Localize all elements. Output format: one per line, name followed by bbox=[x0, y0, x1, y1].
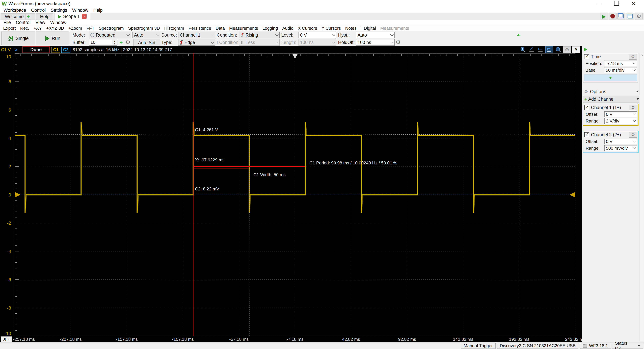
level-select[interactable]: 0 V bbox=[298, 32, 336, 38]
add-instrument-icon[interactable]: + bbox=[25, 14, 31, 20]
close-icon[interactable]: × bbox=[630, 0, 637, 8]
view-digital[interactable]: Digital bbox=[362, 25, 378, 31]
measure-mode-button-selected[interactable] bbox=[546, 46, 553, 53]
view-spectrogram-3d[interactable]: Spectrogram 3D bbox=[126, 25, 162, 31]
view--xy[interactable]: +XY bbox=[31, 25, 44, 31]
trigger-gear-icon[interactable]: ⚙ bbox=[396, 40, 401, 45]
scope-menu-window[interactable]: Window bbox=[48, 20, 69, 25]
y-axis-label: 6 bbox=[8, 108, 11, 113]
device-info[interactable]: Discovery2 C SN:210321AC20EE USB bbox=[497, 343, 578, 349]
channel-1-settings-button[interactable]: ⚙ bbox=[629, 105, 637, 110]
run-button[interactable]: Run bbox=[36, 32, 69, 45]
workspace-settings-button[interactable]: ⚙ bbox=[635, 13, 643, 20]
view-spectrogram[interactable]: Spectrogram bbox=[96, 25, 126, 31]
plot-settings-button[interactable]: ⚙ bbox=[563, 46, 571, 53]
view--zoom[interactable]: +Zoom bbox=[66, 25, 84, 31]
add-channel-button[interactable]: + Add Channel bbox=[583, 96, 640, 103]
channel-2-range-select[interactable]: 500 mV/div bbox=[604, 145, 637, 151]
menu-workspace[interactable]: Workspace bbox=[1, 8, 29, 13]
time-base-select[interactable]: 50 ms/div bbox=[604, 67, 637, 73]
channel-1-range-select[interactable]: 2 V/div bbox=[604, 118, 637, 124]
view-y-cursors[interactable]: Y Cursors bbox=[319, 25, 343, 31]
tab-welcome[interactable]: Welcome + bbox=[1, 14, 35, 20]
mode-select[interactable]: Repeated bbox=[89, 32, 131, 38]
trigger-auto-select[interactable]: Auto bbox=[132, 32, 160, 38]
holdoff-select[interactable]: 100 ns bbox=[356, 39, 394, 46]
zoom-1x-button[interactable]: 1 bbox=[519, 47, 526, 53]
sidebar-scrollbar[interactable] bbox=[639, 53, 644, 341]
auto-set-button[interactable]: Auto Set bbox=[133, 39, 160, 46]
horizontal-ruler-button[interactable] bbox=[537, 47, 544, 53]
buffer-gear-icon[interactable]: ⚙ bbox=[126, 40, 130, 45]
view-histogram[interactable]: Histogram bbox=[162, 25, 186, 31]
channel-1-badge[interactable]: C1 bbox=[52, 47, 60, 53]
view-measurements[interactable]: Measurements bbox=[227, 25, 260, 31]
y-axis-button[interactable]: Y bbox=[572, 46, 580, 53]
y-axis-label: 2 bbox=[8, 164, 11, 169]
minimize-icon[interactable]: — bbox=[596, 1, 603, 7]
scope-menu-file[interactable]: File bbox=[1, 20, 14, 25]
condition-select[interactable]: Rising bbox=[239, 32, 280, 38]
view-fft[interactable]: FFT bbox=[84, 25, 96, 31]
channel-2-badge[interactable]: C2 bbox=[62, 47, 70, 53]
view--xyz-3d[interactable]: +XYZ 3D bbox=[44, 25, 66, 31]
trigger-level-marker[interactable] bbox=[570, 192, 575, 197]
view-audio[interactable]: Audio bbox=[280, 25, 296, 31]
view-x-cursors[interactable]: X Cursors bbox=[296, 25, 319, 31]
maximize-icon[interactable] bbox=[613, 1, 620, 7]
tab-scope-1[interactable]: ▶ Scope 1 × bbox=[54, 13, 90, 20]
trigger-position-marker[interactable] bbox=[292, 54, 298, 59]
time-checkbox[interactable]: ✓ bbox=[584, 54, 589, 59]
tab-help[interactable]: Help bbox=[36, 14, 53, 20]
view-data[interactable]: Data bbox=[214, 25, 227, 31]
add-buffer-icon[interactable]: + bbox=[120, 39, 123, 46]
status-indicator[interactable]: Status: OK bbox=[612, 343, 643, 349]
buffer-spinner[interactable]: 10 ▲▼ bbox=[89, 39, 118, 46]
view-logging[interactable]: Logging bbox=[260, 25, 280, 31]
hyst-select[interactable]: Auto bbox=[356, 32, 394, 38]
close-tab-icon[interactable]: × bbox=[82, 14, 86, 19]
scope-menu-view[interactable]: View bbox=[33, 20, 48, 25]
holdoff-label: HoldOff: bbox=[338, 39, 355, 46]
channel-1-offset-marker[interactable] bbox=[15, 192, 20, 197]
horizontal-ruler-icon bbox=[538, 47, 543, 53]
source-select[interactable]: Channel 1 bbox=[178, 32, 215, 38]
menu-help[interactable]: Help bbox=[91, 8, 105, 13]
collapse-sidebar-icon[interactable] bbox=[584, 48, 587, 51]
time-position-select[interactable]: -7.18 ms bbox=[604, 61, 637, 66]
menu-control[interactable]: Control bbox=[29, 8, 48, 13]
manual-trigger-button[interactable]: Manual Trigger bbox=[461, 343, 496, 349]
menu-window[interactable]: Window bbox=[70, 8, 91, 13]
mode-label: Mode: bbox=[72, 32, 85, 38]
scope-plot-area[interactable]: 1086420-2-4-6-8-10C1: 4.261 VX: -97.9229… bbox=[0, 53, 582, 336]
split-windows-button[interactable] bbox=[626, 13, 634, 20]
zoom-region-button[interactable] bbox=[554, 47, 562, 53]
channel-2-settings-button[interactable]: ⚙ bbox=[629, 132, 637, 138]
time-expand-bar[interactable] bbox=[584, 75, 637, 81]
view-persistence[interactable]: Persistence bbox=[186, 25, 214, 31]
collapse-options-up-icon[interactable] bbox=[517, 34, 520, 36]
view-notes[interactable]: Notes bbox=[343, 25, 359, 31]
type-select[interactable]: Edge bbox=[178, 39, 215, 46]
options-row[interactable]: ⚙ Options bbox=[583, 88, 640, 95]
view-export[interactable]: Export bbox=[1, 25, 18, 31]
x-axis-label: -57.18 ms bbox=[229, 337, 249, 342]
channel-1-checkbox[interactable]: ✓ bbox=[584, 105, 589, 110]
run-all-button[interactable]: ▶ bbox=[600, 13, 608, 20]
channel-2-offset-select[interactable]: 0 V bbox=[604, 139, 637, 144]
expand-panel-icon[interactable]: > bbox=[14, 47, 18, 53]
time-settings-button[interactable]: ⚙ bbox=[629, 54, 637, 60]
cascade-windows-button[interactable] bbox=[618, 13, 625, 20]
x-axis-button[interactable]: X bbox=[1, 336, 12, 342]
channel-1-offset-select[interactable]: 0 V bbox=[604, 111, 637, 117]
version-info[interactable]: WF3.18.1 bbox=[580, 343, 611, 349]
channel-2-checkbox[interactable]: ✓ bbox=[584, 132, 589, 137]
stop-all-button[interactable] bbox=[609, 13, 616, 20]
menu-settings[interactable]: Settings bbox=[48, 8, 70, 13]
buffer-spin-arrows[interactable]: ▲▼ bbox=[112, 40, 117, 46]
view-rec-[interactable]: Rec. bbox=[18, 25, 31, 31]
cursor-measure-button[interactable] bbox=[528, 47, 535, 53]
scope-menu-control[interactable]: Control bbox=[14, 20, 33, 25]
single-button[interactable]: 1 Single bbox=[1, 32, 35, 45]
y-axis-channel-unit[interactable]: C1 V bbox=[1, 47, 14, 52]
